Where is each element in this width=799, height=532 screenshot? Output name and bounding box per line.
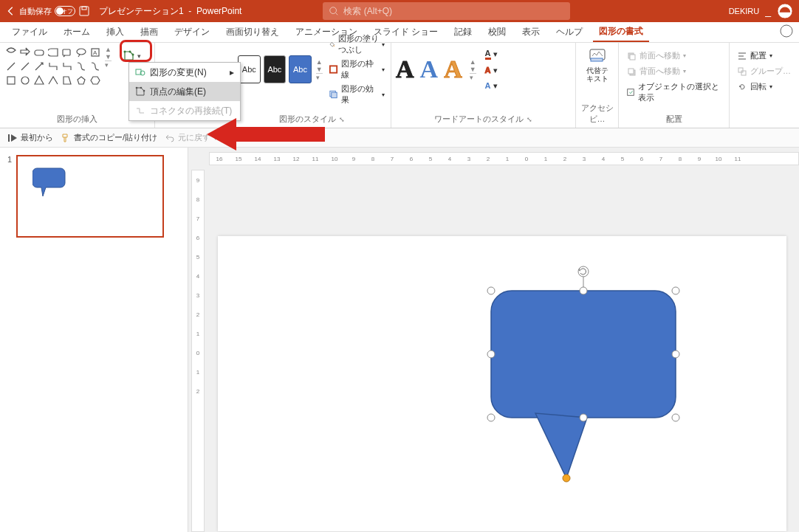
svg-rect-36	[491, 291, 676, 418]
svg-rect-29	[628, 69, 634, 74]
ribbon-tabs: ファイル ホーム 挿入 描画 デザイン 画面切り替え アニメーション スライド …	[0, 22, 799, 43]
tab-home[interactable]: ホーム	[58, 23, 96, 41]
qat-format-painter[interactable]: 書式のコピー/貼り付け	[61, 132, 157, 143]
menu-change-shape[interactable]: 図形の変更(N) ▸	[129, 63, 240, 82]
text-effects-button[interactable]: A▾	[484, 80, 499, 92]
bring-forward-icon	[626, 51, 637, 61]
align-icon	[737, 51, 747, 61]
svg-point-18	[136, 87, 138, 89]
user-avatar-icon[interactable]	[777, 3, 793, 19]
wordart-style-1[interactable]: A	[396, 55, 414, 83]
tab-draw[interactable]: 描画	[134, 23, 164, 41]
quick-access-toolbar: 最初から 書式のコピー/貼り付け 元に戻す ▾ やり直し ▾	[0, 128, 799, 148]
svg-rect-31	[738, 68, 743, 72]
adjust-handle[interactable]	[563, 474, 570, 482]
svg-point-8	[77, 49, 86, 55]
svg-text:A: A	[93, 49, 97, 56]
svg-point-39	[672, 287, 679, 294]
annotation-highlight	[120, 40, 152, 62]
back-icon[interactable]	[6, 6, 16, 16]
selection-pane-button[interactable]: オブジェクトの選択と表示	[623, 80, 724, 105]
alt-text-button[interactable]: 代替テキスト	[580, 46, 614, 83]
tab-file[interactable]: ファイル	[6, 23, 53, 41]
send-backward-button: 背面へ移動▾	[623, 64, 724, 78]
slide-number: 1	[7, 155, 12, 238]
svg-rect-1	[82, 7, 86, 10]
tab-view[interactable]: 表示	[516, 23, 546, 41]
slide-thumbnail-1[interactable]	[16, 155, 164, 238]
svg-point-5	[781, 25, 792, 37]
qat-from-start[interactable]: 最初から	[7, 132, 53, 143]
tab-review[interactable]: 校閲	[482, 23, 512, 41]
search-box[interactable]: 検索 (Alt+Q)	[323, 2, 570, 20]
wordart-style-2[interactable]: A	[420, 55, 439, 83]
svg-point-19	[140, 87, 143, 89]
workspace: 1 1615141312111098765432101234567891011 …	[0, 148, 799, 532]
svg-point-37	[487, 287, 495, 294]
shape-effects-button[interactable]: 図形の効果▾	[327, 83, 386, 106]
svg-point-35	[578, 266, 589, 277]
ribbon: A ▲ ▼ ▾	[0, 43, 799, 128]
shape-style-2[interactable]: Abc	[264, 55, 287, 83]
svg-rect-21	[330, 66, 337, 72]
group-label-wordart: ワードアートのスタイル ⤡	[396, 114, 571, 126]
save-icon[interactable]	[78, 5, 90, 17]
annotation-arrow	[207, 117, 325, 152]
document-title: プレゼンテーション1 - PowerPoint	[99, 5, 241, 18]
tab-transitions[interactable]: 画面切り替え	[220, 23, 285, 41]
svg-rect-6	[35, 50, 44, 55]
minimize-icon[interactable]: _	[765, 5, 771, 17]
wordart-style-3[interactable]: A	[444, 55, 462, 83]
svg-rect-33	[8, 134, 10, 142]
autosave-toggle[interactable]: オフ	[55, 6, 75, 16]
alt-text-icon	[588, 46, 607, 65]
tab-help[interactable]: ヘルプ	[550, 23, 589, 41]
vertical-ruler: 987654321012	[191, 170, 205, 532]
shape-style-1[interactable]: Abc	[238, 55, 261, 83]
shape-style-3[interactable]: Abc	[289, 55, 312, 83]
svg-point-2	[330, 7, 337, 14]
share-icon[interactable]	[780, 24, 793, 38]
slide-canvas-area[interactable]: 1615141312111098765432101234567891011 98…	[188, 148, 799, 532]
tab-insert[interactable]: 挿入	[100, 23, 130, 41]
menu-edit-points[interactable]: 頂点の編集(E)	[129, 82, 240, 101]
outline-icon	[329, 64, 338, 75]
send-backward-icon	[626, 66, 637, 77]
rotate-button[interactable]: 回転▾	[734, 80, 794, 94]
svg-point-44	[672, 414, 679, 421]
shape-outline-button[interactable]: 図形の枠線▾	[327, 58, 386, 81]
tab-record[interactable]: 記録	[448, 23, 478, 41]
autosave-label: 自動保存	[19, 6, 52, 17]
username[interactable]: DEKIRU	[729, 7, 760, 15]
shapes-gallery[interactable]: A	[4, 46, 102, 87]
svg-point-12	[21, 77, 29, 84]
text-outline-button[interactable]: A▾	[484, 64, 499, 77]
tab-design[interactable]: デザイン	[168, 23, 216, 41]
shape-fill-button[interactable]: 図形の塗りつぶし▾	[327, 32, 386, 56]
search-placeholder: 検索 (Alt+Q)	[343, 5, 392, 18]
selection-pane-icon	[626, 87, 635, 97]
callout-shape[interactable]	[484, 266, 690, 489]
rotate-icon	[737, 82, 747, 92]
svg-point-41	[672, 350, 679, 358]
svg-rect-27	[630, 55, 635, 60]
horizontal-ruler: 1615141312111098765432101234567891011	[209, 152, 799, 165]
thumbnail-callout-shape	[32, 165, 69, 201]
slide-thumbnails-pane[interactable]: 1	[0, 148, 188, 532]
svg-rect-7	[63, 49, 70, 55]
edit-shape-menu: 図形の変更(N) ▸ 頂点の編集(E) コネクタの再接続(T)	[128, 62, 241, 121]
effects-icon	[329, 89, 338, 100]
svg-rect-32	[741, 71, 746, 75]
rotate-handle-icon[interactable]	[578, 266, 589, 277]
tab-shape-format[interactable]: 図形の書式	[593, 22, 649, 42]
group-label-accessibility: アクセシビ…	[580, 103, 614, 126]
submenu-arrow-icon: ▸	[230, 67, 234, 77]
svg-point-38	[580, 287, 587, 294]
svg-point-43	[580, 414, 587, 421]
svg-rect-23	[331, 92, 336, 97]
svg-rect-25	[591, 58, 603, 61]
text-fill-button[interactable]: A▾	[484, 47, 499, 61]
undo-icon	[165, 133, 175, 143]
align-button[interactable]: 配置▾	[734, 49, 794, 63]
search-icon	[329, 6, 339, 16]
